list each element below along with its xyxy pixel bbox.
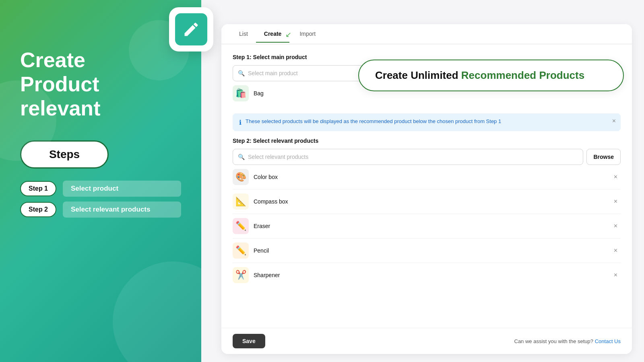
step2-placeholder: Select relevant products (248, 154, 308, 160)
product-list: 🎨 Color box × 📐 Compass box × ✏️ Eraser … (233, 165, 621, 287)
tab-bar: List Create ↙ Import (221, 24, 632, 44)
bag-thumb: 🛍️ (233, 85, 249, 101)
step2-section: Step 2: Select relevant products 🔍 Selec… (233, 138, 621, 287)
tab-arrow-icon: ↙ (285, 30, 291, 39)
step2-title: Step 2: Select relevant products (233, 138, 621, 144)
tab-import[interactable]: Import (291, 26, 324, 43)
pencil-name: Pencil (254, 247, 606, 254)
tab-create[interactable]: Create (256, 26, 290, 43)
contact-us-link[interactable]: Contact Us (595, 338, 621, 344)
step-label-2: Select relevant products (63, 202, 181, 218)
product-item-sharpener: ✂️ Sharpener × (233, 263, 621, 287)
info-banner: ℹ These selected products will be displa… (233, 113, 621, 131)
save-button[interactable]: Save (233, 334, 265, 348)
eraser-name: Eraser (254, 223, 606, 229)
right-panel: Create Unlimited Recommended Products Li… (201, 0, 644, 362)
app-icon-inner (175, 13, 207, 45)
step-items: Step 1 Select product Step 2 Select rele… (20, 181, 181, 218)
step-badge-2: Step 2 (20, 202, 56, 217)
pencil-remove-button[interactable]: × (611, 245, 621, 256)
product-item-colorbox: 🎨 Color box × (233, 165, 621, 189)
info-close-button[interactable]: × (612, 117, 616, 125)
product-item-pencil: ✏️ Pencil × (233, 239, 621, 263)
step2-search-input[interactable]: 🔍 Select relevant products (233, 149, 583, 165)
callout-text: Create Unlimited Recommended Products (375, 69, 584, 82)
tab-list[interactable]: List (231, 26, 256, 43)
sharpener-thumb: ✂️ (233, 267, 249, 283)
sharpener-remove-button[interactable]: × (611, 270, 621, 280)
step-label-1: Select product (63, 181, 181, 197)
card-footer: Save Can we assist you with the setup? C… (221, 328, 632, 354)
footer-help: Can we assist you with the setup? Contac… (514, 338, 621, 344)
step1-search-icon: 🔍 (238, 70, 245, 76)
step1-placeholder: Select main product (248, 70, 298, 76)
compassbox-remove-button[interactable]: × (611, 196, 621, 207)
info-text: These selected products will be displaye… (246, 118, 614, 124)
eraser-thumb: ✏️ (233, 218, 249, 234)
step2-browse-button[interactable]: Browse (586, 149, 621, 165)
colorbox-thumb: 🎨 (233, 169, 249, 185)
colorbox-name: Color box (254, 174, 606, 180)
eraser-remove-button[interactable]: × (611, 221, 621, 231)
compassbox-name: Compass box (254, 198, 606, 205)
compass-thumb: 📐 (233, 193, 249, 210)
step2-search-icon: 🔍 (238, 154, 245, 160)
callout-highlight: Recommended Products (461, 69, 584, 81)
info-icon: ℹ (239, 119, 242, 126)
app-icon-wrapper (169, 7, 213, 51)
steps-button: Steps (20, 140, 109, 169)
pencil-thumb: ✏️ (233, 243, 249, 259)
step-badge-1: Step 1 (20, 181, 56, 196)
colorbox-remove-button[interactable]: × (611, 172, 621, 182)
product-item-compassbox: 📐 Compass box × (233, 189, 621, 214)
sharpener-name: Sharpener (254, 272, 606, 278)
callout-bubble: Create Unlimited Recommended Products (358, 60, 624, 91)
main-title: Create Product relevant (20, 48, 181, 120)
step-item-2: Step 2 Select relevant products (20, 202, 181, 218)
step-item-1: Step 1 Select product (20, 181, 181, 197)
edit-icon (182, 21, 200, 38)
product-item-eraser: ✏️ Eraser × (233, 214, 621, 239)
left-panel: Create Product relevant Steps Step 1 Sel… (0, 0, 201, 362)
bg-circle-1 (113, 261, 201, 362)
step2-search-row: 🔍 Select relevant products Browse (233, 149, 621, 165)
